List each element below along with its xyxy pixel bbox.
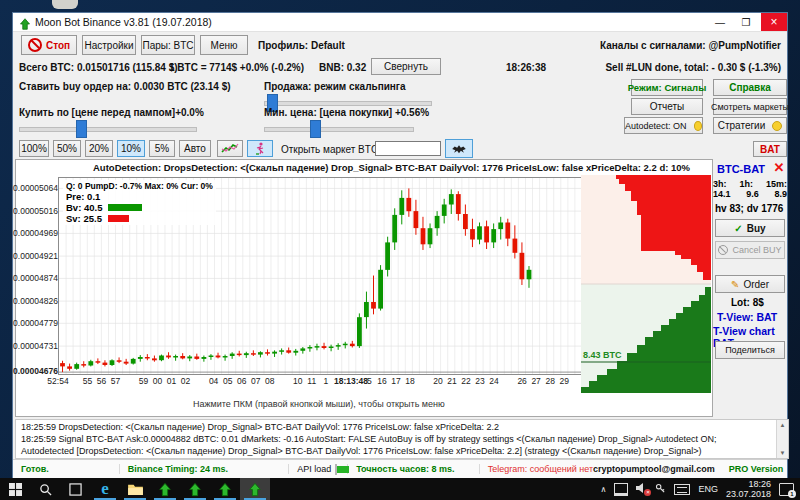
percent-100-button[interactable]: 100% <box>19 140 49 157</box>
desktop-artifact <box>52 0 78 9</box>
x-axis-label: 1 <box>323 376 328 386</box>
x-axis-label: 27 <box>531 376 540 386</box>
strategies-button[interactable]: Стратегии <box>713 117 787 134</box>
buy-price-slider[interactable] <box>19 119 197 137</box>
x-axis: 52:545556575900010204050607081011118:13:… <box>58 375 581 387</box>
x-axis-label: 52:54 <box>47 376 68 386</box>
language-indicator[interactable]: ENG <box>698 484 718 494</box>
taskbar-edge[interactable]: e <box>90 478 120 500</box>
share-button[interactable]: Поделиться <box>715 341 785 359</box>
pump-runner-button[interactable] <box>247 140 273 157</box>
status-email: cryptopumptool@gmail.com <box>593 464 715 474</box>
view-markets-button[interactable]: Смотреть маркеты <box>713 98 787 115</box>
search-icon <box>39 483 52 496</box>
scroll-up-arrow[interactable]: ▲ <box>777 420 788 430</box>
order-button[interactable]: ✎ Order <box>715 275 785 293</box>
x-axis-label: 57 <box>111 376 120 386</box>
x-axis-label: 24 <box>489 376 498 386</box>
taskbar-moonbot-1[interactable] <box>150 478 180 500</box>
notification-center-icon[interactable]: 1 <box>779 483 794 496</box>
settings-button[interactable]: Настройки <box>82 35 136 55</box>
x-axis-label: 02 <box>181 376 190 386</box>
percent-20-button[interactable]: 20% <box>85 140 113 157</box>
runner-icon <box>254 142 266 155</box>
taskbar-moonbot-3[interactable] <box>210 478 240 500</box>
minimize-button[interactable]: — <box>707 13 733 31</box>
volume-muted-icon[interactable]: × <box>636 483 647 495</box>
slider-thumb[interactable] <box>76 120 87 138</box>
help-button[interactable]: Справка <box>713 79 787 96</box>
x-axis-label: 28 <box>545 376 554 386</box>
log-line: 18:25:59 DropsDetection: <(Скальп падени… <box>21 421 771 433</box>
reports-button[interactable]: Отчеты <box>631 98 703 115</box>
mode-signals-button[interactable]: Режим: Сигналы <box>631 79 703 96</box>
close-pair-button[interactable]: ✕ <box>771 159 787 175</box>
price-chart[interactable]: Q: 0 PumpD: -0.7% Max: 0% Cur: 0% Pre: 0… <box>58 177 583 375</box>
percent-50-button[interactable]: 50% <box>53 140 81 157</box>
green-arrow-icon <box>188 482 202 497</box>
green-arrow-icon <box>158 482 172 497</box>
stop-button[interactable]: Стоп <box>21 35 77 55</box>
taskbar-moonbot-2[interactable] <box>180 478 210 500</box>
tview-link[interactable]: T-View: BAT <box>717 311 777 323</box>
log-lines: 18:25:59 DropsDetection: <(Скальп падени… <box>21 421 771 457</box>
trade-side-panel: BTC-BAT ✕ 3h: 1h: 15m: 14.1 9.6 8.9 hv 8… <box>713 159 787 415</box>
x-axis-label: 26 <box>517 376 526 386</box>
collapse-button[interactable]: Свернуть <box>371 58 441 75</box>
tray-expand-icon[interactable]: ∧ <box>601 485 607 494</box>
network-icon[interactable] <box>614 483 628 496</box>
task-view-button[interactable] <box>60 478 90 500</box>
maximize-button[interactable]: ❐ <box>733 13 759 31</box>
log-panel[interactable]: 18:25:59 DropsDetection: <(Скальп падени… <box>15 419 789 459</box>
folder-icon <box>128 483 143 495</box>
taskbar-explorer[interactable] <box>120 478 150 500</box>
keyboard-icon[interactable] <box>674 484 690 495</box>
min-price-label: Мин. цена: [цена покупки] +0.56% <box>264 107 429 118</box>
search-button[interactable] <box>30 478 60 500</box>
status-api-label: API load <box>288 464 331 474</box>
y-axis-label: 0.00005064 <box>13 183 58 193</box>
legend-sv: Sv: 25.5 <box>66 213 102 224</box>
cancel-icon <box>718 245 728 255</box>
close-button[interactable]: × <box>761 13 787 31</box>
buy-price-label: Купить по [цене перед пампом]+0.0% <box>19 107 204 118</box>
chart-lines-button[interactable] <box>217 140 243 157</box>
start-button[interactable] <box>0 478 30 500</box>
y-axis-label: 0.00004826 <box>13 296 58 306</box>
open-market-button[interactable] <box>445 139 473 158</box>
edge-icon: e <box>101 479 109 499</box>
pairs-button[interactable]: Пары: BTC <box>141 35 195 55</box>
menu-button[interactable]: Меню <box>200 35 248 55</box>
autodetect-button[interactable]: Autodetect: ON <box>624 117 703 134</box>
market-ticker-input[interactable] <box>375 141 441 156</box>
y-axis-min-label: 0.00004676 <box>13 366 58 376</box>
cancel-buy-button[interactable]: Cancel BUY <box>715 241 785 259</box>
lightbulb-icon <box>694 121 702 131</box>
buy-button[interactable]: ✓ Buy <box>715 219 785 237</box>
y-axis-label: 0.00004779 <box>13 318 58 328</box>
scroll-down-arrow[interactable]: ▼ <box>777 448 788 458</box>
log-line: 18:25:59 Signal BTC-BAT Ask:0.00004882 d… <box>21 433 771 457</box>
title-bar[interactable]: Moon Bot Binance v3.81 (19.07.2018) — ❐ … <box>13 13 787 32</box>
taskbar: e ∧ × ENG <box>0 478 800 500</box>
percent-5-button[interactable]: 5% <box>149 140 175 157</box>
status-version: PRO Version <box>729 464 784 474</box>
slider-track <box>264 101 432 106</box>
slider-track <box>19 127 197 132</box>
taskbar-moonbot-active[interactable] <box>240 478 270 500</box>
open-market-label: Открыть маркет BTC- <box>281 144 381 155</box>
tray-key-icon[interactable] <box>655 483 666 496</box>
x-axis-label: 08 <box>265 376 274 386</box>
total-btc-label: Всего BTC: 0.01501716 (115.84 $) <box>19 62 178 73</box>
log-scrollbar[interactable]: ▲ ▼ <box>776 420 788 458</box>
app-icon <box>19 16 31 34</box>
slider-thumb[interactable] <box>310 120 321 138</box>
status-telegram: Telegram: сообщений нет <box>479 464 593 474</box>
tray-clock[interactable]: 18:26 23.07.2018 <box>726 479 771 499</box>
orderbook-depth[interactable]: 8.43 BTC <box>581 175 711 393</box>
auto-button[interactable]: Авто <box>179 140 211 157</box>
x-axis-label: 56 <box>97 376 106 386</box>
bat-market-tab[interactable]: BAT <box>753 141 787 157</box>
percent-10-button[interactable]: 10% <box>117 140 145 157</box>
min-price-slider[interactable] <box>264 119 414 137</box>
